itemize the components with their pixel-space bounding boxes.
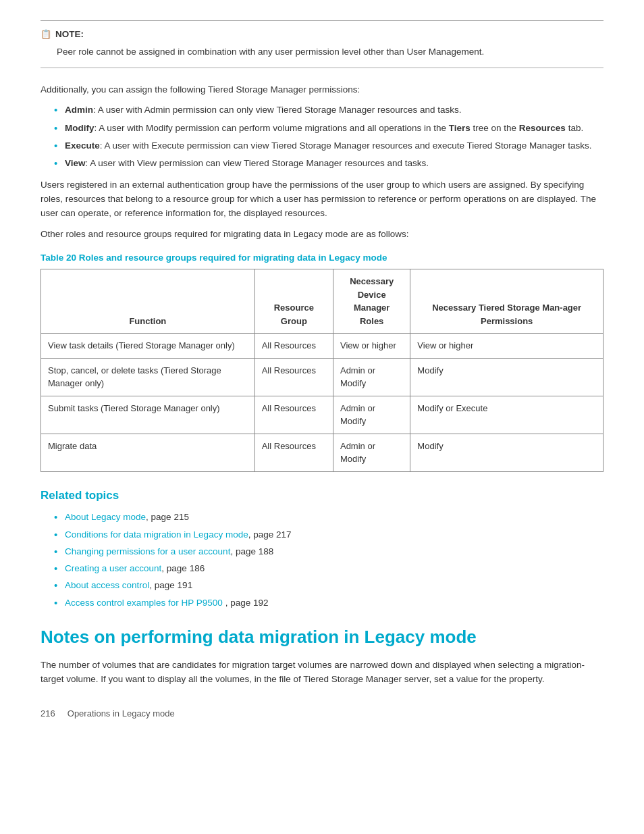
page-number: 216 (41, 708, 55, 719)
footer-section: Operations in Legacy mode (68, 708, 175, 719)
note-label: 📋 NOTE: (41, 28, 603, 41)
cell-dm-2: Admin or Modify (333, 358, 410, 396)
note-heading: NOTE: (55, 28, 84, 41)
cell-rg-2: All Resources (254, 358, 333, 396)
related-item-4: Creating a user account, page 186 (54, 562, 603, 575)
permission-modify: Modify: A user with Modify permission ca… (54, 122, 603, 135)
section-title: Notes on performing data migration in Le… (41, 626, 603, 649)
related-link-4[interactable]: Creating a user account (65, 563, 161, 573)
section-body: The number of volumes that are candidate… (41, 658, 603, 687)
permission-admin: Admin: A user with Admin permission can … (54, 103, 603, 117)
related-item-1: About Legacy mode, page 215 (54, 511, 603, 524)
cell-function-4: Migrate data (41, 434, 255, 471)
related-item-2: Conditions for data migration in Legacy … (54, 528, 603, 542)
paragraph1: Users registered in an external authenti… (41, 178, 603, 221)
table-row: Submit tasks (Tiered Storage Manager onl… (41, 396, 603, 434)
cell-rg-4: All Resources (254, 434, 333, 471)
related-link-6[interactable]: Access control examples for HP P9500 (65, 598, 223, 608)
cell-rg-1: All Resources (254, 334, 333, 359)
related-link-1[interactable]: About Legacy mode (65, 512, 146, 522)
related-link-2[interactable]: Conditions for data migration in Legacy … (65, 529, 248, 540)
related-topics-heading: Related topics (41, 487, 603, 504)
permission-view: View: A user with View permission can vi… (54, 157, 603, 170)
related-topics-list: About Legacy mode, page 215 Conditions f… (54, 511, 603, 610)
related-item-5: About access control, page 191 (54, 579, 603, 592)
paragraph2: Other roles and resource groups required… (41, 228, 603, 242)
related-topics-section: Related topics About Legacy mode, page 2… (41, 487, 603, 610)
cell-tsm-1: View or higher (410, 334, 603, 359)
cell-dm-3: Admin or Modify (333, 396, 410, 434)
col-dm-roles: NecessaryDevice ManagerRoles (333, 269, 410, 334)
roles-table: Function Resource Group NecessaryDevice … (41, 269, 603, 472)
col-function: Function (41, 269, 255, 334)
note-box: 📋 NOTE: Peer role cannot be assigned in … (41, 20, 603, 68)
table-row: Migrate data All Resources Admin or Modi… (41, 434, 603, 471)
table-caption: Table 20 Roles and resource groups requi… (41, 251, 603, 265)
cell-tsm-3: Modify or Execute (410, 396, 603, 434)
related-link-3[interactable]: Changing permissions for a user account (65, 546, 230, 556)
cell-tsm-2: Modify (410, 358, 603, 396)
permissions-list: Admin: A user with Admin permission can … (54, 103, 603, 170)
note-icon: 📋 (41, 28, 51, 41)
cell-rg-3: All Resources (254, 396, 333, 434)
col-tsm-permissions: Necessary Tiered Storage Man-ager Permis… (410, 269, 603, 334)
cell-dm-4: Admin or Modify (333, 434, 410, 471)
cell-function-2: Stop, cancel, or delete tasks (Tiered St… (41, 358, 255, 396)
cell-tsm-4: Modify (410, 434, 603, 471)
col-resource-group: Resource Group (254, 269, 333, 334)
cell-function-3: Submit tasks (Tiered Storage Manager onl… (41, 396, 255, 434)
related-item-6: Access control examples for HP P9500 , p… (54, 596, 603, 610)
related-item-3: Changing permissions for a user account,… (54, 545, 603, 558)
permission-execute: Execute: A user with Execute permission … (54, 139, 603, 153)
cell-dm-1: View or higher (333, 334, 410, 359)
footer: 216 Operations in Legacy mode (41, 707, 603, 721)
cell-function-1: View task details (Tiered Storage Manage… (41, 334, 255, 359)
intro-text: Additionally, you can assign the followi… (41, 83, 603, 97)
table-row: Stop, cancel, or delete tasks (Tiered St… (41, 358, 603, 396)
note-text: Peer role cannot be assigned in combinat… (41, 45, 603, 59)
related-link-5[interactable]: About access control (65, 580, 149, 590)
table-row: View task details (Tiered Storage Manage… (41, 334, 603, 359)
